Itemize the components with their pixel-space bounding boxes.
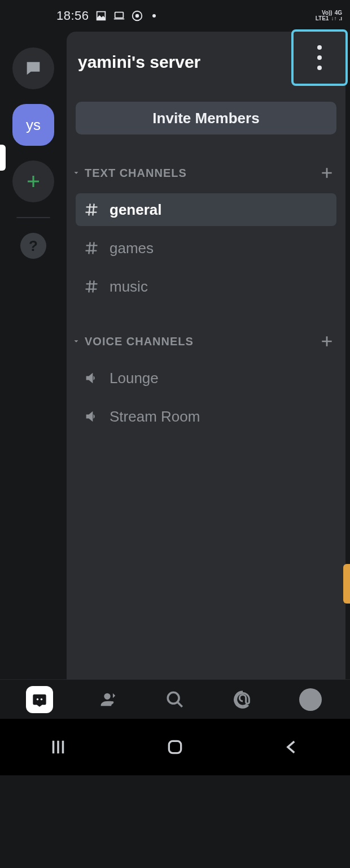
- status-right: Vo))4G LTE1↓↑.ı: [316, 10, 342, 21]
- channel-label: general: [110, 201, 162, 219]
- image-icon: [95, 10, 107, 22]
- svg-point-3: [135, 14, 138, 18]
- status-clock: 18:56: [56, 8, 89, 23]
- voice-channels-header[interactable]: VOICE CHANNELS: [76, 330, 336, 353]
- hash-icon: [84, 279, 99, 294]
- speaker-icon: [84, 409, 99, 424]
- arrows-icon: ↓↑: [331, 16, 336, 21]
- speaker-icon: [84, 370, 99, 386]
- tab-search[interactable]: [158, 683, 192, 717]
- text-channel-list: general games music: [76, 193, 336, 303]
- laptop-icon: [113, 10, 125, 22]
- more-vertical-icon: [317, 42, 322, 73]
- server-rail: ys ?: [0, 32, 67, 775]
- channel-label: games: [110, 240, 154, 257]
- nav-recents[interactable]: [41, 730, 75, 764]
- hash-icon: [84, 202, 99, 218]
- status-left: 18:56: [56, 8, 156, 23]
- active-server-indicator: [0, 145, 6, 171]
- friend-wave-icon: [98, 690, 117, 709]
- tab-friends[interactable]: [90, 683, 124, 717]
- plus-icon: [320, 334, 334, 349]
- status-bar: 18:56 Vo))4G LTE1↓↑.ı: [0, 0, 350, 32]
- chevron-down-icon: [71, 336, 81, 346]
- tab-profile[interactable]: [294, 683, 327, 717]
- bottom-tab-bar: [0, 679, 350, 719]
- chevron-down-icon: [71, 168, 81, 178]
- search-icon: [165, 690, 185, 709]
- dm-button[interactable]: [12, 47, 54, 89]
- tab-home[interactable]: [23, 683, 56, 717]
- svg-rect-1: [113, 19, 124, 20]
- svg-rect-0: [115, 12, 123, 18]
- text-channels-section: TEXT CHANNELS general games music: [76, 162, 336, 303]
- help-button[interactable]: ?: [20, 233, 46, 259]
- svg-point-4: [168, 692, 179, 704]
- signal-icon: .ı: [339, 16, 342, 21]
- server-initials: ys: [26, 116, 41, 134]
- status-lte: LTE1: [316, 16, 329, 21]
- voice-channel-stream[interactable]: Stream Room: [76, 400, 336, 433]
- at-icon: [233, 690, 252, 709]
- text-channels-header[interactable]: TEXT CHANNELS: [76, 162, 336, 184]
- channel-music[interactable]: music: [76, 270, 336, 303]
- voice-channel-lounge[interactable]: Lounge: [76, 362, 336, 394]
- channel-label: Lounge: [110, 370, 159, 387]
- server-icon[interactable]: ys: [12, 104, 54, 146]
- nav-back[interactable]: [275, 730, 309, 764]
- add-text-channel-button[interactable]: [317, 163, 336, 183]
- back-icon: [282, 737, 301, 757]
- hash-icon: [84, 240, 99, 256]
- channel-panel: yamini's server Invite Members TEXT CHAN…: [67, 32, 345, 775]
- home-icon: [166, 738, 184, 756]
- invite-members-button[interactable]: Invite Members: [76, 102, 336, 134]
- nav-home[interactable]: [158, 730, 192, 764]
- question-icon: ?: [29, 237, 38, 255]
- chat-bubble-icon: [24, 59, 43, 78]
- voice-channels-section: VOICE CHANNELS Lounge Stream Room: [76, 330, 336, 433]
- tab-mentions[interactable]: [226, 683, 260, 717]
- scroll-indicator: [343, 564, 350, 604]
- voice-channels-title: VOICE CHANNELS: [85, 335, 317, 348]
- plus-icon: [320, 166, 334, 180]
- invite-label: Invite Members: [152, 110, 259, 127]
- text-channels-title: TEXT CHANNELS: [85, 167, 317, 180]
- server-more-button[interactable]: [291, 29, 348, 86]
- channel-general[interactable]: general: [76, 193, 336, 226]
- app-body: ys ? yamini's server Invite Members: [0, 32, 350, 775]
- more-notifs-dot-icon: [152, 14, 156, 18]
- channel-games[interactable]: games: [76, 232, 336, 264]
- system-nav-bar: [0, 719, 350, 775]
- discord-logo-icon: [32, 692, 47, 708]
- avatar-icon: [299, 688, 322, 711]
- chrome-icon: [131, 10, 143, 22]
- add-server-button[interactable]: [12, 160, 54, 202]
- recents-icon: [49, 737, 68, 757]
- voice-channel-list: Lounge Stream Room: [76, 362, 336, 433]
- add-voice-channel-button[interactable]: [317, 332, 336, 351]
- rail-separator: [16, 217, 50, 218]
- channel-label: Stream Room: [110, 408, 200, 426]
- channel-label: music: [110, 278, 148, 296]
- plus-icon: [25, 173, 42, 190]
- svg-rect-5: [169, 741, 181, 753]
